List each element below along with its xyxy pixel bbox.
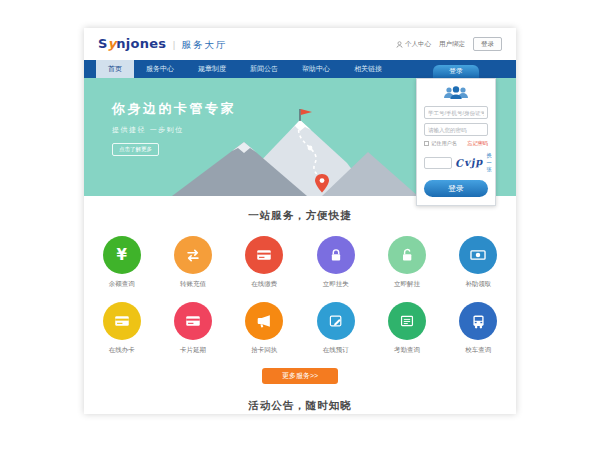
service-item[interactable]: 考勤查询 bbox=[371, 302, 442, 355]
login-form: 记住用户名 忘记密码 Cvjp 换一张 登录 bbox=[416, 78, 496, 206]
hero-text-block: 你身边的卡管专家 提供捷径 一步到位 点击了解更多 bbox=[112, 100, 236, 156]
captcha-row: Cvjp 换一张 bbox=[424, 152, 488, 173]
site-name: 服务大厅 bbox=[181, 39, 227, 52]
nav-item[interactable]: 规章制度 bbox=[186, 60, 238, 78]
service-label: 校车查询 bbox=[443, 346, 514, 355]
hero-banner: 你身边的卡管专家 提供捷径 一步到位 点击了解更多 登录 bbox=[84, 78, 516, 196]
login-tab[interactable]: 登录 bbox=[433, 65, 479, 78]
service-item[interactable]: 校车查询 bbox=[443, 302, 514, 355]
login-panel: 登录 记住用户名 忘记密码 Cvjp 换一张 bbox=[416, 65, 496, 206]
announcements-title: 活动公告，随时知晓 bbox=[84, 399, 516, 413]
lock-icon bbox=[317, 236, 355, 274]
unlock-icon bbox=[388, 236, 426, 274]
header-utility-links: 个人中心 用户绑定 登录 bbox=[396, 37, 502, 51]
service-item[interactable]: 立即解挂 bbox=[371, 236, 442, 289]
remember-checkbox[interactable] bbox=[424, 141, 429, 146]
nav-item[interactable]: 服务中心 bbox=[134, 60, 186, 78]
captcha-input[interactable] bbox=[424, 157, 452, 169]
captcha-image: Cvjp bbox=[455, 156, 484, 169]
bank-card-icon bbox=[245, 236, 283, 274]
service-item[interactable]: 卡片延期 bbox=[157, 302, 228, 355]
users-group-icon bbox=[442, 85, 470, 101]
forgot-password-link[interactable]: 忘记密码 bbox=[467, 140, 488, 147]
service-label: 拾卡回执 bbox=[229, 346, 300, 355]
bus-icon bbox=[459, 302, 497, 340]
service-label: 在线办卡 bbox=[86, 346, 157, 355]
service-label: 余额查询 bbox=[86, 280, 157, 289]
username-input[interactable] bbox=[424, 106, 488, 119]
service-item[interactable]: 在线办卡 bbox=[86, 302, 157, 355]
password-input[interactable] bbox=[424, 123, 488, 136]
hero-cta-button[interactable]: 点击了解更多 bbox=[112, 143, 159, 156]
schedule-icon bbox=[388, 302, 426, 340]
megaphone-icon bbox=[245, 302, 283, 340]
nav-item[interactable]: 首页 bbox=[96, 60, 134, 78]
edit-icon bbox=[317, 302, 355, 340]
service-label: 卡片延期 bbox=[157, 346, 228, 355]
personal-center-label: 个人中心 bbox=[405, 40, 431, 49]
service-label: 在线缴费 bbox=[229, 280, 300, 289]
personal-center-link[interactable]: 个人中心 bbox=[396, 40, 431, 49]
services-title: 一站服务，方便快捷 bbox=[84, 209, 516, 223]
site-header: Synjones | 服务大厅 个人中心 用户绑定 登录 bbox=[84, 28, 516, 60]
remember-row: 记住用户名 忘记密码 bbox=[424, 140, 488, 147]
services-grid: ¥余额查询转账充值在线缴费立即挂失立即解挂补助领取在线办卡卡片延期拾卡回执在线预… bbox=[84, 236, 516, 355]
flag-icon bbox=[299, 109, 312, 121]
logo-text-rest: njones bbox=[116, 36, 166, 51]
nav-item[interactable]: 帮助中心 bbox=[290, 60, 342, 78]
yen-icon: ¥ bbox=[103, 236, 141, 274]
nav-item[interactable]: 新闻公告 bbox=[238, 60, 290, 78]
remember-label: 记住用户名 bbox=[431, 140, 457, 147]
person-icon bbox=[396, 41, 403, 48]
announcements-section: 活动公告，随时知晓 使用指南最新公告更多>>使用指南更多>> bbox=[84, 384, 516, 414]
bank-card-icon bbox=[174, 302, 212, 340]
logo-text: S bbox=[98, 36, 108, 51]
service-hall-page: Synjones | 服务大厅 个人中心 用户绑定 登录 首页服务中心规章制度新… bbox=[84, 28, 516, 414]
service-label: 考勤查询 bbox=[371, 346, 442, 355]
service-item[interactable]: 立即挂失 bbox=[300, 236, 371, 289]
service-item[interactable]: 补助领取 bbox=[443, 236, 514, 289]
bank-card-icon bbox=[103, 302, 141, 340]
logo-divider: | bbox=[172, 40, 175, 50]
service-item[interactable]: 拾卡回执 bbox=[229, 302, 300, 355]
service-label: 补助领取 bbox=[443, 280, 514, 289]
user-binding-label: 用户绑定 bbox=[439, 40, 465, 49]
transfer-arrows-icon bbox=[174, 236, 212, 274]
user-binding-link[interactable]: 用户绑定 bbox=[439, 40, 465, 49]
service-item[interactable]: 在线缴费 bbox=[229, 236, 300, 289]
synjones-logo[interactable]: Synjones | 服务大厅 bbox=[98, 36, 227, 52]
service-item[interactable]: 转账充值 bbox=[157, 236, 228, 289]
hero-title: 你身边的卡管专家 bbox=[112, 100, 236, 118]
service-label: 立即解挂 bbox=[371, 280, 442, 289]
service-item[interactable]: ¥余额查询 bbox=[86, 236, 157, 289]
service-label: 转账充值 bbox=[157, 280, 228, 289]
login-submit-button[interactable]: 登录 bbox=[424, 180, 488, 197]
banknote-icon bbox=[459, 236, 497, 274]
nav-item[interactable]: 相关链接 bbox=[342, 60, 394, 78]
header-login-button[interactable]: 登录 bbox=[473, 37, 502, 51]
hero-subtitle: 提供捷径 一步到位 bbox=[112, 125, 236, 135]
logo-accent: y bbox=[108, 36, 116, 51]
service-label: 在线预订 bbox=[300, 346, 371, 355]
captcha-refresh-link[interactable]: 换一张 bbox=[486, 152, 491, 173]
more-services-button[interactable]: 更多服务>> bbox=[262, 368, 338, 384]
services-section: 一站服务，方便快捷 ¥余额查询转账充值在线缴费立即挂失立即解挂补助领取在线办卡卡… bbox=[84, 196, 516, 384]
service-label: 立即挂失 bbox=[300, 280, 371, 289]
service-item[interactable]: 在线预订 bbox=[300, 302, 371, 355]
